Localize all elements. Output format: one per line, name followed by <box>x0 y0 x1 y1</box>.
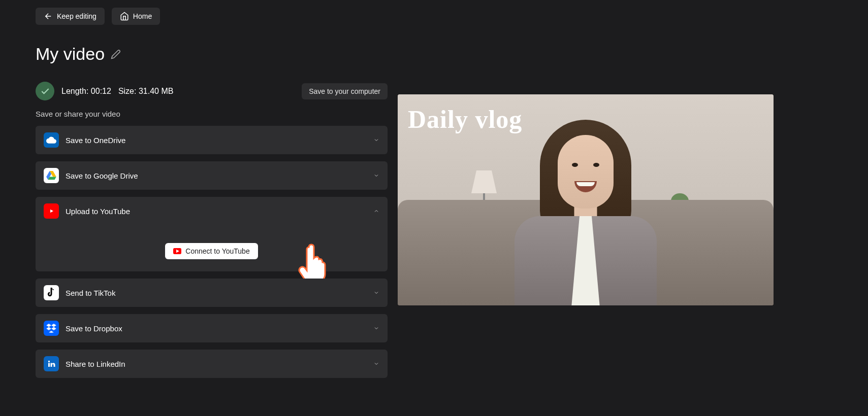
keep-editing-label: Keep editing <box>57 12 97 20</box>
connect-youtube-button[interactable]: Connect to YouTube <box>165 243 258 259</box>
onedrive-icon <box>44 132 59 148</box>
tiktok-icon <box>44 285 59 300</box>
share-item-youtube[interactable]: Upload to YouTube Connect to YouTube <box>36 197 388 271</box>
preview-overlay-title: Daily vlog <box>408 105 522 134</box>
video-length: Length: 00:12 <box>61 87 111 96</box>
onedrive-label: Save to OneDrive <box>66 136 367 145</box>
video-preview[interactable]: Daily vlog <box>398 94 774 305</box>
chevron-down-icon <box>373 172 379 179</box>
youtube-label: Upload to YouTube <box>66 207 367 216</box>
share-section-label: Save or share your video <box>36 110 388 118</box>
tiktok-label: Send to TikTok <box>66 289 367 297</box>
arrow-left-icon <box>44 12 53 21</box>
connect-youtube-label: Connect to YouTube <box>185 247 249 255</box>
share-list: Save to OneDrive Save to Google Drive Up… <box>36 126 388 378</box>
share-item-onedrive[interactable]: Save to OneDrive <box>36 126 388 154</box>
home-button[interactable]: Home <box>112 8 160 25</box>
chevron-down-icon <box>373 290 379 296</box>
dropbox-icon <box>44 321 59 336</box>
edit-icon[interactable] <box>111 49 121 59</box>
video-info-row: Length: 00:12 Size: 31.40 MB Save to you… <box>36 82 388 100</box>
share-item-gdrive[interactable]: Save to Google Drive <box>36 161 388 190</box>
youtube-small-icon <box>173 248 181 254</box>
chevron-down-icon <box>373 361 379 367</box>
chevron-up-icon <box>373 208 379 214</box>
home-label: Home <box>133 12 152 20</box>
share-item-tiktok[interactable]: Send to TikTok <box>36 279 388 307</box>
video-size: Size: 31.40 MB <box>118 87 174 96</box>
title-row: My video <box>36 44 388 64</box>
dropbox-label: Save to Dropbox <box>66 324 367 333</box>
chevron-down-icon <box>373 325 379 331</box>
home-icon <box>120 12 129 21</box>
gdrive-label: Save to Google Drive <box>66 171 367 180</box>
share-item-dropbox[interactable]: Save to Dropbox <box>36 314 388 342</box>
connect-area: Connect to YouTube <box>44 243 379 259</box>
save-to-computer-button[interactable]: Save to your computer <box>302 83 388 99</box>
share-item-linkedin[interactable]: Share to LinkedIn <box>36 350 388 378</box>
top-nav: Keep editing Home <box>36 8 388 25</box>
video-title: My video <box>36 44 105 64</box>
check-icon <box>40 86 50 96</box>
keep-editing-button[interactable]: Keep editing <box>36 8 105 25</box>
linkedin-icon <box>44 356 59 371</box>
success-badge <box>36 82 54 100</box>
youtube-icon <box>44 203 59 219</box>
linkedin-label: Share to LinkedIn <box>66 360 367 368</box>
chevron-down-icon <box>373 137 379 143</box>
gdrive-icon <box>44 168 59 183</box>
